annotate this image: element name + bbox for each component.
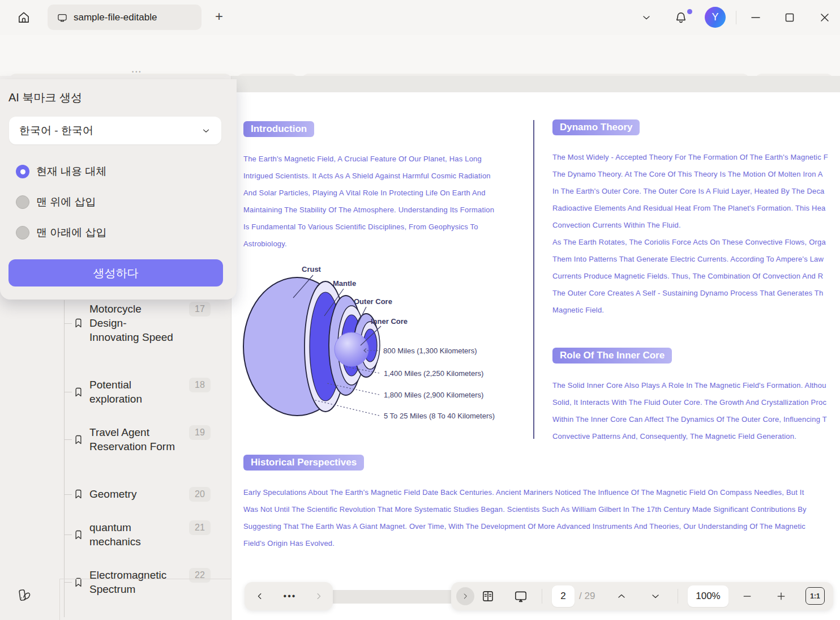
introduction-paragraph: The Earth's Magnetic Field, A Crucial Fe… xyxy=(243,151,533,256)
option-insert-bottom[interactable]: 맨 아래에 삽입 xyxy=(16,225,107,240)
titlebar-divider xyxy=(736,11,736,24)
diagram-label-crust: Crust xyxy=(302,265,321,273)
previous-page-chevron-icon[interactable] xyxy=(614,589,629,604)
diagram-measurement: 1,400 Miles (2,250 Kilometers) xyxy=(384,369,483,378)
inner-core-paragraph: The Solid Inner Core Also Plays A Role I… xyxy=(552,377,840,448)
bookmark-item[interactable]: Motorcycle Design-Innovating Speed 17 xyxy=(65,302,224,344)
history-nav-bar: ••• xyxy=(245,582,333,610)
bookmark-page-badge: 17 xyxy=(189,302,211,317)
bookmark-page-badge: 21 xyxy=(189,520,211,535)
bookmark-icon xyxy=(72,434,84,446)
bookmark-icon xyxy=(72,529,84,541)
sidebar-footer-divider xyxy=(59,579,60,620)
bookmark-tree: Motorcycle Design-Innovating Speed 17 Po… xyxy=(64,300,224,617)
zoom-level-input[interactable]: 100% xyxy=(688,585,728,607)
section-heading-dynamo-theory: Dynamo Theory xyxy=(552,119,640,135)
bookmark-icon xyxy=(72,386,84,398)
reading-mode-icon[interactable] xyxy=(481,589,495,604)
notification-dot xyxy=(687,9,692,14)
bookmark-page-badge: 18 xyxy=(189,378,211,392)
home-button[interactable] xyxy=(14,7,34,28)
actual-size-button[interactable]: 1:1 xyxy=(805,587,825,605)
sidebar-footer-divider xyxy=(59,579,231,579)
bookmark-item[interactable]: Geometry 20 xyxy=(65,487,224,501)
maximize-button[interactable] xyxy=(782,10,798,25)
minimize-button[interactable] xyxy=(748,10,764,25)
option-replace-current[interactable]: 현재 내용 대체 xyxy=(16,164,107,179)
bookmark-title: Electromagnetic Spectrum xyxy=(89,568,175,596)
bookmark-icon xyxy=(72,488,84,500)
bookmark-icon xyxy=(72,576,84,588)
diagram-label-mantle: Mantle xyxy=(333,279,356,288)
titlebar-chevron-down-icon[interactable] xyxy=(638,10,654,25)
ai-panel-title: AI 북마크 생성 xyxy=(8,90,82,105)
document-tab[interactable]: sample-file-editable xyxy=(48,5,202,30)
bookmark-item[interactable]: quantum mechanics 21 xyxy=(65,520,224,549)
bookmark-title: Motorcycle Design-Innovating Speed xyxy=(89,302,175,344)
bookmark-title: Potential exploration xyxy=(89,378,175,406)
bookmark-title: quantum mechanics xyxy=(89,520,175,549)
section-heading-introduction: Introduction xyxy=(243,121,314,137)
earth-layers-diagram: Crust Mantle Outer Core Inner Core 800 M… xyxy=(241,262,501,431)
toolbar-drag-handle[interactable]: ••• xyxy=(132,69,142,75)
presentation-mode-icon[interactable] xyxy=(513,589,528,604)
titlebar: sample-file-editable + Y xyxy=(0,0,840,35)
historical-paragraph: Early Speculations About The Earth's Mag… xyxy=(243,484,837,555)
dynamo-theory-paragraph: The Most Widely - Accepted Theory For Th… xyxy=(552,149,840,322)
avatar-initial: Y xyxy=(712,11,718,23)
column-divider xyxy=(533,120,534,439)
pdf-editor-window: sample-file-editable + Y 책갈피 xyxy=(0,0,840,620)
more-actions-button[interactable]: ••• xyxy=(280,589,300,604)
bookmark-page-badge: 20 xyxy=(189,487,211,502)
back-chevron-icon[interactable] xyxy=(252,589,267,604)
swatch-fan-icon[interactable] xyxy=(14,584,34,605)
zoom-in-icon[interactable] xyxy=(774,589,788,604)
document-page[interactable]: Introduction The Earth's Magnetic Field,… xyxy=(232,76,840,620)
avatar[interactable]: Y xyxy=(705,7,726,28)
close-button[interactable] xyxy=(817,10,833,25)
bookmark-title: Travel Agent Reservation Form xyxy=(89,425,175,454)
generate-button[interactable]: 생성하다 xyxy=(8,259,223,287)
page-controls-bar: 2 / 29 100% 1:1 xyxy=(451,582,833,610)
language-select[interactable]: 한국어 - 한국어 xyxy=(9,117,221,144)
bar-divider xyxy=(678,589,678,604)
diagram-label-inner-core: Inner Core xyxy=(371,317,408,326)
language-select-value: 한국어 - 한국어 xyxy=(19,123,93,138)
tab-title: sample-file-editable xyxy=(74,12,157,23)
expand-chevron-button[interactable] xyxy=(456,587,474,605)
bookmark-item[interactable]: Electromagnetic Spectrum 22 xyxy=(65,568,224,596)
ai-bookmark-panel: AI 북마크 생성 한국어 - 한국어 현재 내용 대체 맨 위에 삽입 맨 아… xyxy=(0,79,237,300)
zoom-out-icon[interactable] xyxy=(740,589,755,604)
option-insert-top[interactable]: 맨 위에 삽입 xyxy=(16,195,96,209)
notifications-bell-icon[interactable] xyxy=(673,10,689,25)
radio-selected[interactable] xyxy=(16,165,29,178)
home-icon xyxy=(16,10,31,25)
section-heading-inner-core: Role Of The Inner Core xyxy=(552,348,672,364)
bar-divider xyxy=(542,589,542,604)
radio-unselected[interactable] xyxy=(16,226,29,240)
bookmark-icon xyxy=(72,317,84,329)
next-page-chevron-icon[interactable] xyxy=(648,589,663,604)
bookmark-page-badge: 19 xyxy=(189,425,211,440)
page-total-label: / 29 xyxy=(579,591,595,602)
bookmark-page-badge: 22 xyxy=(189,568,211,583)
diagram-measurement: 800 Miles (1,300 Kilometers) xyxy=(383,347,477,355)
page-gap xyxy=(232,76,840,92)
radio-unselected[interactable] xyxy=(16,195,29,209)
bookmark-title: Geometry xyxy=(89,487,175,501)
monitor-icon xyxy=(57,12,68,23)
toolbar: 책갈피 ••• 도구 xyxy=(0,35,840,76)
chevron-down-icon xyxy=(201,126,211,136)
page-number-input[interactable]: 2 xyxy=(552,585,575,607)
new-tab-button[interactable]: + xyxy=(211,8,228,25)
diagram-label-outer-core: Outer Core xyxy=(354,297,392,306)
bookmark-item[interactable]: Travel Agent Reservation Form 19 xyxy=(65,425,224,454)
section-heading-historical: Historical Perspectives xyxy=(243,455,364,471)
forward-chevron-icon[interactable] xyxy=(311,589,326,604)
diagram-measurement: 1,800 Miles (2,900 Kilometers) xyxy=(384,391,483,399)
diagram-measurement: 5 To 25 Miles (8 To 40 Kilometers) xyxy=(384,412,495,420)
bookmark-item[interactable]: Potential exploration 18 xyxy=(65,378,224,406)
